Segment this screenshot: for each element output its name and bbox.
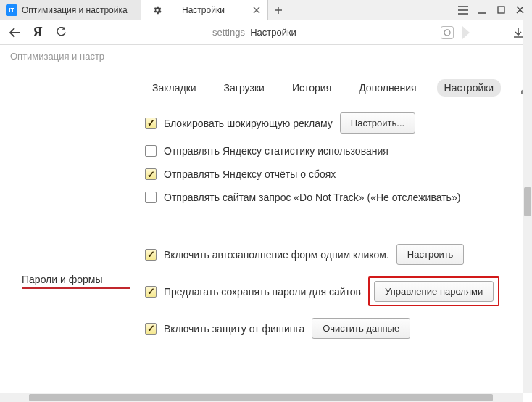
highlight-box: Управление паролями (368, 276, 499, 306)
checkbox[interactable] (145, 145, 157, 157)
favicon-it: IT (6, 4, 17, 16)
setting-label: Предлагать сохранять пароли для сайтов (164, 286, 361, 298)
setting-row: Отправлять Яндексу статистику использова… (145, 139, 523, 163)
nav-bookmarks[interactable]: Закладки (145, 79, 204, 97)
setting-row: Включить защиту от фишинга Очистить данн… (145, 312, 523, 345)
close-window-icon[interactable] (513, 4, 526, 17)
tab-title: Настройки (182, 5, 225, 15)
setting-row: Включить автозаполнение форм одним клико… (145, 238, 523, 271)
section-underline (22, 287, 130, 289)
breadcrumb: Оптимизация и настр (0, 45, 532, 67)
section-header: Пароли и формы (22, 274, 130, 289)
scrollbar-thumb[interactable] (29, 394, 493, 401)
tab-title: Оптимизация и настройка (22, 5, 128, 15)
reload-icon[interactable] (54, 25, 68, 40)
setting-label: Включить защиту от фишинга (164, 323, 304, 335)
vertical-scrollbar[interactable] (523, 20, 532, 393)
setting-label: Отправлять Яндексу отчёты о сбоях (164, 168, 336, 180)
checkbox[interactable] (145, 192, 157, 203)
checkbox[interactable] (145, 323, 157, 335)
configure-button[interactable]: Настроить... (340, 112, 415, 134)
checkbox[interactable] (145, 249, 157, 261)
svg-point-11 (444, 30, 450, 36)
tab-bar: IT Оптимизация и настройка Настройки (0, 0, 532, 20)
setting-label: Отправлять Яндексу статистику использова… (164, 145, 388, 157)
settings-nav: Закладки Загрузки История Дополнения Нас… (0, 69, 523, 107)
back-icon[interactable] (7, 25, 22, 40)
section-title: Пароли и формы (22, 274, 130, 287)
url-path: settings Настройки (212, 27, 296, 38)
new-tab-button[interactable] (270, 1, 287, 19)
nav-history[interactable]: История (285, 79, 338, 97)
horizontal-scrollbar[interactable] (0, 393, 523, 402)
close-icon[interactable] (252, 5, 262, 15)
minimize-icon[interactable] (475, 4, 489, 17)
url-bar[interactable]: settings Настройки (77, 27, 432, 38)
setting-label: Блокировать шокирующую рекламу (164, 118, 333, 129)
setting-row: Предлагать сохранять пароли для сайтов У… (145, 271, 523, 312)
manage-passwords-button[interactable]: Управление паролями (374, 281, 494, 302)
setting-row: Отправлять Яндексу отчёты о сбоях (145, 163, 523, 186)
toolbar: Я settings Настройки (0, 20, 532, 45)
checkbox[interactable] (145, 118, 157, 129)
setting-label: Включить автозаполнение форм одним клико… (164, 249, 389, 261)
yandex-logo-icon[interactable]: Я (30, 25, 45, 40)
site-info-icon[interactable] (441, 26, 454, 39)
configure-button[interactable]: Настроить (396, 244, 465, 265)
menu-icon[interactable] (457, 4, 470, 17)
svg-rect-8 (498, 7, 504, 13)
checkbox[interactable] (145, 286, 157, 298)
checkbox[interactable] (145, 168, 157, 180)
gear-icon (151, 4, 163, 16)
breadcrumb-text: Оптимизация и настр (10, 51, 104, 62)
setting-row: Блокировать шокирующую рекламу Настроить… (145, 107, 523, 139)
browser-tab-1[interactable]: Настройки (141, 0, 268, 20)
nav-settings[interactable]: Настройки (437, 79, 502, 97)
setting-row: Отправлять сайтам запрос «Do Not Track» … (145, 186, 523, 209)
clear-data-button[interactable]: Очистить данные (312, 318, 410, 339)
browser-tab-0[interactable]: IT Оптимизация и настройка (0, 0, 141, 20)
nav-downloads[interactable]: Загрузки (217, 79, 272, 97)
nav-other-devices[interactable]: Другие устройств (514, 79, 523, 97)
maximize-icon[interactable] (494, 4, 507, 17)
nav-addons[interactable]: Дополнения (352, 79, 423, 97)
scrollbar-thumb[interactable] (524, 187, 531, 216)
setting-label: Отправлять сайтам запрос «Do Not Track» … (164, 192, 460, 203)
bookmark-arrow-icon[interactable] (462, 26, 473, 39)
